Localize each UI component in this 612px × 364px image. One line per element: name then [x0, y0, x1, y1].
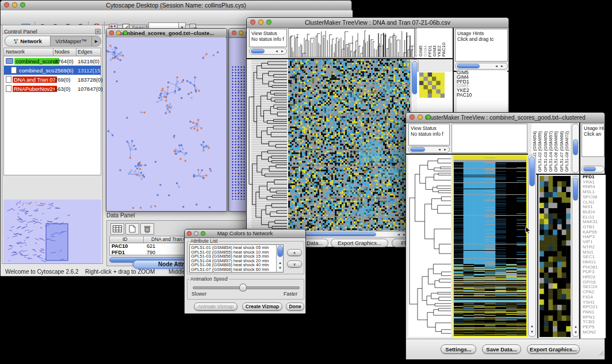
desktop-area [306, 247, 407, 277]
tv1-row-dendrogram[interactable] [248, 59, 287, 231]
scroll-down-icon[interactable]: ▼ [530, 330, 534, 334]
tv1-heatmap-hscrollbar[interactable]: ◄ ► [288, 231, 410, 237]
main-titlebar[interactable]: Cytoscape Desktop (Session Name: collins… [1, 1, 351, 11]
tab-overflow-button[interactable]: ▶ [91, 36, 101, 46]
resize-grip-icon[interactable] [598, 348, 604, 358]
grid-network-canvas[interactable] [231, 66, 247, 200]
tv2-column-label[interactable]: GPL51-02 (GSM855) [537, 131, 542, 172]
scroll-left-icon[interactable]: ◄ [397, 233, 400, 237]
scroll-left-icon[interactable]: ◄ [495, 64, 498, 68]
zoom-button[interactable] [20, 2, 25, 7]
animate-vizmap-button[interactable]: Animate Vizmap [194, 302, 238, 311]
network-name-label: DNA and Tran 07 [13, 76, 57, 83]
tv2-export-graphics-label: Export Graphics... [530, 346, 577, 352]
done-button[interactable]: Done [286, 302, 304, 311]
tv2-column-label[interactable]: GPL51-06 (GSM865) [553, 131, 559, 172]
tv1-column-label[interactable]: PAC10 [441, 43, 446, 57]
tv2-row-dendrogram[interactable] [408, 155, 451, 337]
scroll-up-icon[interactable]: ▲ [278, 261, 282, 265]
create-vizmap-button[interactable]: Create Vizmap [242, 302, 282, 311]
usage-hints-text: Click an [584, 131, 601, 137]
close-button[interactable] [109, 30, 114, 35]
dialog-title: Map Colors to Network [217, 230, 273, 236]
tab-network[interactable]: Network [5, 36, 51, 46]
close-button[interactable] [410, 114, 415, 120]
tv2-heatmap[interactable] [453, 155, 527, 337]
scroll-left-icon[interactable]: ◄ [438, 148, 441, 152]
minimize-button[interactable] [258, 20, 263, 25]
network-table-row[interactable]: RNAPuberNov2+563(0)107847(0) [4, 84, 101, 93]
view-status-title: View Status [411, 125, 437, 131]
treeview2-titlebar[interactable]: ClusterMaker TreeView : combined_scores_… [406, 113, 605, 123]
col-nodes[interactable]: Nodes [55, 48, 70, 56]
gene-label[interactable]: MON2 [583, 330, 606, 335]
minimize-button[interactable] [418, 114, 423, 120]
tv2-zoom-heatmap[interactable] [540, 176, 571, 337]
tv2-heatmap-vscrollbar[interactable]: ▲ ▼ [528, 155, 536, 337]
tv2-export-graphics-button[interactable]: Export Graphics... [527, 344, 580, 354]
network-window-titlebar[interactable]: combined_scores_good.txt--cluste... [106, 29, 227, 38]
zoom-button[interactable] [123, 30, 128, 35]
move-down-button[interactable]: ∨ [287, 260, 302, 267]
tv2-column-label[interactable]: GPL51-08 (GSM872) [564, 131, 569, 172]
tv1-heatmap[interactable] [288, 59, 410, 231]
network-canvas[interactable] [106, 37, 225, 210]
zoom-button[interactable] [426, 114, 431, 120]
col-network[interactable]: Network [6, 48, 25, 56]
delete-attribute-trash-icon[interactable] [140, 223, 154, 235]
scroll-right-icon[interactable]: ► [281, 49, 284, 53]
attribute-list-item[interactable]: GPL51-08 (GSM872) heat shock 80 min [191, 272, 282, 273]
tv2-status-scrollbar[interactable]: ◄ ► [408, 146, 450, 153]
tv1-column-dendrogram[interactable] [288, 28, 415, 58]
network-name-label: combined_scores [14, 58, 59, 64]
minimize-button[interactable] [116, 30, 121, 35]
network-table-row[interactable]: DNA and Tran 07769(0)183728(0) [4, 75, 101, 84]
data-col-id[interactable]: ID [123, 236, 128, 243]
network-table-row[interactable]: combined_scores2764(0)16218(0) [4, 56, 101, 66]
scroll-up-icon[interactable]: ▲ [574, 325, 577, 329]
minimize-button[interactable] [194, 231, 198, 236]
tv1-export-graphics-button[interactable]: Export Graphics... [331, 239, 388, 247]
tv2-detail-vscrollbar[interactable]: ▲ ▼ [572, 176, 579, 337]
tv2-column-label[interactable]: GPL51-04 (GSM857) [548, 131, 553, 172]
minimize-button[interactable] [239, 30, 243, 35]
birdseye-view[interactable] [3, 200, 101, 263]
main-window-title: Cytoscape Desktop (Session Name: collins… [106, 2, 246, 9]
speed-slider-thumb[interactable] [239, 283, 247, 292]
tv2-settings-button[interactable]: Settings... [441, 344, 476, 354]
new-attribute-icon[interactable] [125, 223, 139, 235]
move-up-button[interactable]: ∧ [287, 249, 302, 256]
zoom-button[interactable] [201, 231, 205, 236]
tv2-save-data-button[interactable]: Save Data... [482, 344, 521, 354]
tv1-usage-scrollbar[interactable]: ◄ ► [455, 63, 508, 70]
scroll-right-icon[interactable]: ► [443, 148, 447, 152]
scroll-down-icon[interactable]: ▼ [278, 266, 282, 270]
tv1-row-label[interactable]: PAC10 [457, 93, 507, 98]
dialog-titlebar[interactable]: Map Colors to Network [185, 229, 305, 238]
tv2-usage-scrollbar[interactable] [582, 166, 605, 173]
tv2-collabel-scrollbar[interactable] [572, 124, 579, 173]
tv1-zoom-heatmap[interactable] [419, 72, 445, 98]
minimize-button[interactable] [12, 2, 17, 7]
tab-vizmapper[interactable]: VizMapper™ [51, 36, 91, 46]
close-button[interactable] [187, 231, 192, 236]
scroll-up-icon[interactable]: ▲ [530, 324, 534, 328]
tv1-status-scrollbar[interactable]: ◄ ► [249, 48, 287, 55]
col-edges[interactable]: Edges [78, 48, 93, 56]
treeview1-titlebar[interactable]: ClusterMaker TreeView : DNA and Tran 07-… [247, 18, 508, 28]
zoom-button[interactable] [266, 20, 271, 25]
tv2-settings-label: Settings... [445, 346, 471, 352]
close-button[interactable] [250, 20, 255, 25]
tv2-column-label[interactable]: GPL51-07 (GSM868) [559, 131, 564, 172]
treeview2-window: ClusterMaker TreeView : combined_scores_… [406, 112, 605, 359]
close-button[interactable] [232, 30, 236, 35]
scroll-right-icon[interactable]: ► [500, 64, 504, 68]
close-button[interactable] [4, 2, 9, 7]
map-colors-dialog: Map Colors to Network Attribute List GPL… [184, 229, 306, 314]
scroll-down-icon[interactable]: ▼ [574, 331, 577, 335]
scroll-left-icon[interactable]: ◄ [275, 49, 278, 53]
attribute-listbox[interactable]: GPL51-01 (GSM854) heat shock 05 minGPL51… [189, 244, 284, 273]
data-table-icon[interactable] [110, 223, 124, 235]
network-table-row[interactable]: combined_sco2569(6)13112(15) [4, 66, 101, 75]
tv2-column-label[interactable]: GPL51-03 (GSM856) [543, 131, 548, 172]
